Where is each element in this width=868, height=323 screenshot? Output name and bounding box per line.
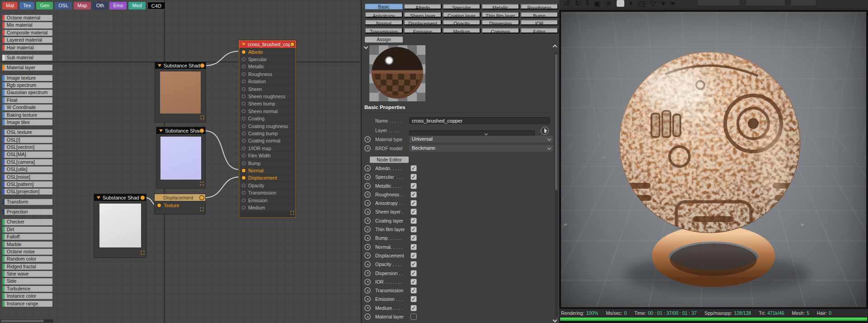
pin-transmission[interactable]: Transmission — [239, 189, 296, 196]
albedo-checkbox[interactable]: ✓ — [410, 165, 417, 171]
resize-handle-icon[interactable] — [141, 248, 145, 256]
port-radio-icon[interactable] — [364, 305, 371, 311]
node-type-random-color[interactable]: Random color — [2, 256, 52, 262]
node-header[interactable]: Displacement — [155, 194, 205, 201]
transmission-checkbox[interactable]: ✓ — [410, 287, 417, 294]
save-image-icon[interactable]: ▣ — [594, 0, 600, 8]
viewer-dropdown[interactable] — [790, 0, 816, 6]
pin-sheen[interactable]: Sheen — [239, 86, 296, 92]
substance-shader-node-2[interactable]: Substance Shad — [156, 127, 205, 188]
burst-icon[interactable]: ✳ — [606, 0, 612, 8]
tab-tex[interactable]: Tex — [19, 2, 34, 10]
node-type-octane-noise[interactable]: Octane noise — [2, 249, 52, 255]
viewer-dropdown[interactable] — [697, 0, 741, 6]
port-radio-icon[interactable] — [364, 165, 371, 171]
port-radio-icon[interactable] — [364, 261, 371, 267]
node-type-mix-material[interactable]: Mix material — [2, 22, 52, 28]
normal-checkbox[interactable]: ✓ — [410, 244, 417, 250]
dropdown-triangle-icon[interactable] — [661, 2, 665, 5]
tab-bump[interactable]: Bump — [520, 12, 558, 18]
tab-editor[interactable]: Editor — [520, 28, 558, 33]
pin-opacity[interactable]: Opacity — [239, 182, 296, 189]
port-radio-icon[interactable] — [364, 244, 371, 250]
node-type-image-tiles[interactable]: Image tiles — [2, 119, 52, 125]
port-radio-icon[interactable] — [364, 314, 371, 320]
output-port[interactable] — [200, 128, 204, 133]
node-type-osl-ma[interactable]: OSL[MA] — [2, 152, 52, 157]
input-port[interactable] — [242, 50, 245, 54]
tab-dispersion[interactable]: Dispersion — [481, 19, 519, 25]
specular-checkbox[interactable]: ✓ — [410, 174, 417, 180]
input-port[interactable] — [242, 206, 245, 209]
universal-material-node[interactable]: cross_brushed_copp AlbedoSpecularMetalli… — [239, 40, 296, 218]
bump-checkbox[interactable]: ✓ — [410, 235, 417, 241]
substance-shader-node-3[interactable]: Substance Shad — [94, 194, 146, 257]
pin-metallic[interactable]: Metallic — [239, 63, 296, 70]
node-type-layered-material[interactable]: Layered material — [2, 37, 52, 43]
pin-normal[interactable]: Normal — [239, 167, 296, 174]
emission-checkbox[interactable]: ✓ — [410, 296, 417, 302]
tab-specular[interactable]: Specular — [443, 4, 481, 10]
input-port[interactable] — [242, 147, 245, 150]
preview-collapse-chevron-icon[interactable] — [364, 45, 368, 49]
pin-medium[interactable]: Medium — [239, 204, 296, 211]
node-header[interactable]: Substance Shad — [155, 62, 206, 69]
pin-coating-normal[interactable]: Coating normal — [239, 138, 296, 144]
port-radio-icon[interactable] — [364, 270, 371, 276]
tab-anisotropy[interactable]: Anisotropy — [365, 12, 403, 18]
tab-map[interactable]: Map — [74, 2, 90, 10]
node-type-image-texture[interactable]: Image texture — [2, 75, 52, 81]
metallic-checkbox[interactable]: ✓ — [410, 183, 417, 189]
tab-oth[interactable]: Oth — [93, 2, 108, 10]
displacement-node[interactable]: Displacement Texture — [155, 194, 205, 214]
port-radio-icon[interactable] — [364, 296, 371, 302]
tab-medium[interactable]: Medium — [443, 28, 481, 33]
node-type-osl-camera[interactable]: OSL[camera] — [2, 159, 52, 165]
input-port[interactable] — [242, 176, 245, 180]
node-type-composite-material[interactable]: Composite material — [2, 30, 52, 36]
input-port[interactable] — [242, 139, 245, 142]
port-radio-icon[interactable] — [364, 218, 371, 224]
resize-handle-icon[interactable] — [290, 209, 294, 217]
port-radio-icon[interactable] — [364, 279, 371, 285]
input-port[interactable] — [242, 124, 245, 128]
render-image[interactable] — [561, 12, 866, 307]
resize-handle-icon[interactable] — [200, 113, 204, 121]
undo-icon[interactable]: ↺ — [564, 0, 570, 8]
node-list-scrollbar[interactable] — [0, 319, 53, 323]
tab-osl[interactable]: OSL — [55, 2, 72, 10]
node-type-osl-pattern[interactable]: OSL[pattern] — [2, 181, 52, 187]
input-port[interactable] — [242, 57, 245, 61]
node-type-transform[interactable]: Transform — [2, 199, 52, 205]
output-port[interactable] — [141, 195, 145, 200]
tab-basic[interactable]: Basic — [365, 4, 403, 10]
node-type-checker[interactable]: Checker — [2, 219, 52, 225]
pin-specular[interactable]: Specular — [239, 56, 296, 62]
sheen-layer-checkbox[interactable]: ✓ — [410, 209, 417, 215]
tab-displacement[interactable]: Displacement — [404, 19, 442, 25]
node-type-instance-range[interactable]: Instance range — [2, 301, 52, 307]
tab-mat[interactable]: Mat — [2, 2, 18, 10]
pin-sheen-normal[interactable]: Sheen normal — [239, 108, 296, 114]
node-type-osl-vectron[interactable]: OSL[vectron] — [2, 144, 52, 150]
dispersion-checkbox[interactable]: ✓ — [410, 270, 417, 276]
input-port[interactable] — [242, 72, 245, 76]
port-radio-icon[interactable] — [364, 145, 371, 152]
node-type-baking-texture[interactable]: Baking texture — [2, 112, 52, 118]
node-type-osl[interactable]: OSL[/] — [2, 137, 52, 143]
material-type-select[interactable]: Universal — [409, 136, 553, 142]
layer-picker-button[interactable] — [541, 127, 549, 135]
resize-handle-icon[interactable] — [200, 205, 204, 213]
node-type-sub-material[interactable]: Sub material — [2, 55, 52, 61]
node-type-hair-material[interactable]: Hair material — [2, 45, 52, 51]
tab-common[interactable]: Common — [481, 28, 519, 33]
node-graph-canvas[interactable]: MatTexGenOSLMapOthEmsMedC4D Octane mater… — [0, 0, 361, 323]
node-type-side[interactable]: Side — [2, 278, 52, 284]
port-radio-icon[interactable] — [364, 209, 371, 215]
pin-coating-bump[interactable]: Coating bump — [239, 130, 296, 137]
pin-bump[interactable]: Bump — [239, 160, 296, 166]
collapse-triangle-icon[interactable] — [242, 43, 245, 46]
name-input[interactable] — [409, 117, 550, 124]
brdf-select[interactable]: Beckmann — [409, 145, 553, 152]
medium-checkbox[interactable]: ✓ — [410, 305, 417, 311]
